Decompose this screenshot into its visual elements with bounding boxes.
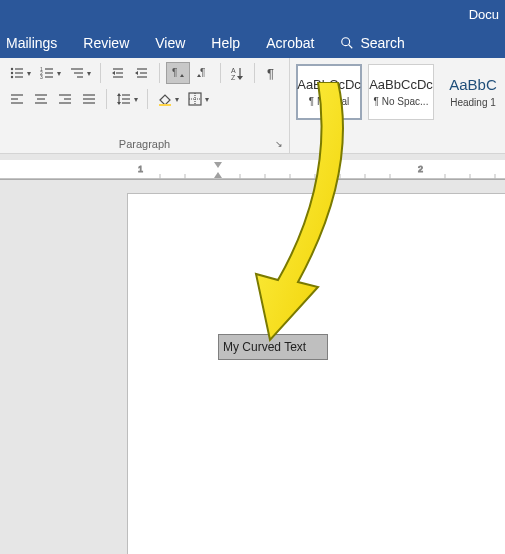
- chevron-down-icon: ▾: [175, 95, 179, 104]
- align-left-button[interactable]: [6, 88, 28, 110]
- horizontal-ruler[interactable]: 1 2: [0, 160, 505, 180]
- align-right-button[interactable]: [54, 88, 76, 110]
- increase-indent-button[interactable]: [131, 62, 153, 84]
- group-label-paragraph: Paragraph: [0, 138, 289, 150]
- separator: [147, 89, 148, 109]
- numbering-button[interactable]: 123▾: [36, 62, 64, 84]
- justify-button[interactable]: [78, 88, 100, 110]
- ruler-mark: 1: [138, 164, 143, 174]
- svg-marker-32: [237, 76, 243, 80]
- textbox-content: My Curved Text: [223, 340, 306, 354]
- paragraph-group: ▾ 123▾ ▾ ¶ ¶ AZ ¶ ▾ ▾ ▾ Paragraph ↘: [0, 58, 290, 153]
- svg-rect-52: [159, 104, 171, 106]
- document-canvas: 1 2 My Curved Text: [0, 154, 505, 554]
- separator: [106, 89, 107, 109]
- style-sample: AaBbCcDc: [369, 77, 433, 92]
- chevron-down-icon: ▾: [205, 95, 209, 104]
- chevron-down-icon: ▾: [57, 69, 61, 78]
- paragraph-dialog-launcher[interactable]: ↘: [275, 139, 283, 149]
- tab-mailings[interactable]: Mailings: [6, 35, 57, 51]
- svg-marker-24: [135, 71, 138, 75]
- svg-text:Z: Z: [231, 74, 236, 81]
- chevron-down-icon: ▾: [87, 69, 91, 78]
- tell-me-search[interactable]: Search: [340, 35, 404, 51]
- tab-help[interactable]: Help: [211, 35, 240, 51]
- align-center-button[interactable]: [30, 88, 52, 110]
- svg-marker-58: [214, 172, 222, 178]
- svg-text:¶: ¶: [267, 66, 274, 81]
- style-sample: AaBbC: [449, 76, 497, 93]
- svg-marker-26: [180, 74, 184, 77]
- svg-marker-57: [214, 162, 222, 168]
- multilevel-list-button[interactable]: ▾: [66, 62, 94, 84]
- svg-text:A: A: [231, 67, 236, 74]
- svg-text:¶: ¶: [172, 67, 177, 78]
- ltr-text-direction-button[interactable]: ¶: [166, 62, 190, 84]
- chevron-down-icon: ▾: [134, 95, 138, 104]
- tab-acrobat[interactable]: Acrobat: [266, 35, 314, 51]
- svg-point-0: [342, 38, 350, 46]
- ribbon: ▾ 123▾ ▾ ¶ ¶ AZ ¶ ▾ ▾ ▾ Paragraph ↘: [0, 58, 505, 154]
- style-normal[interactable]: AaBbCcDc ¶ Normal: [296, 64, 362, 120]
- title-bar: Docu: [0, 0, 505, 28]
- svg-line-1: [349, 45, 353, 49]
- style-no-spacing[interactable]: AaBbCcDc ¶ No Spac...: [368, 64, 434, 120]
- styles-group: AaBbCcDc ¶ Normal AaBbCcDc ¶ No Spac... …: [290, 58, 505, 153]
- bullets-button[interactable]: ▾: [6, 62, 34, 84]
- svg-marker-50: [117, 93, 121, 96]
- ribbon-tabs: Mailings Review View Help Acrobat Search: [0, 28, 505, 58]
- svg-text:3: 3: [40, 74, 43, 80]
- search-label: Search: [360, 35, 404, 51]
- separator: [100, 63, 101, 83]
- svg-point-4: [11, 72, 13, 74]
- indent-marker-icon[interactable]: [214, 162, 222, 178]
- svg-point-2: [11, 68, 13, 70]
- separator: [159, 63, 160, 83]
- style-sample: AaBbCcDc: [297, 77, 361, 92]
- borders-button[interactable]: ▾: [184, 88, 212, 110]
- chevron-down-icon: ▾: [27, 69, 31, 78]
- separator: [254, 63, 255, 83]
- svg-marker-20: [112, 71, 115, 75]
- style-name: ¶ No Spac...: [374, 96, 429, 107]
- svg-text:¶: ¶: [200, 67, 205, 78]
- ruler-mark: 2: [418, 164, 423, 174]
- tab-view[interactable]: View: [155, 35, 185, 51]
- separator: [220, 63, 221, 83]
- decrease-indent-button[interactable]: [107, 62, 129, 84]
- style-heading-1[interactable]: AaBbC Heading 1: [440, 64, 505, 120]
- rtl-text-direction-button[interactable]: ¶: [192, 62, 214, 84]
- style-name: Heading 1: [450, 97, 496, 108]
- svg-marker-51: [117, 102, 121, 105]
- shading-button[interactable]: ▾: [154, 88, 182, 110]
- search-icon: [340, 36, 354, 50]
- show-hide-marks-button[interactable]: ¶: [261, 62, 283, 84]
- svg-point-6: [11, 76, 13, 78]
- line-spacing-button[interactable]: ▾: [113, 88, 141, 110]
- sort-button[interactable]: AZ: [226, 62, 248, 84]
- document-page[interactable]: My Curved Text: [128, 194, 505, 554]
- tab-review[interactable]: Review: [83, 35, 129, 51]
- window-title: Docu: [469, 7, 499, 22]
- selected-text-box[interactable]: My Curved Text: [218, 334, 328, 360]
- style-name: ¶ Normal: [309, 96, 349, 107]
